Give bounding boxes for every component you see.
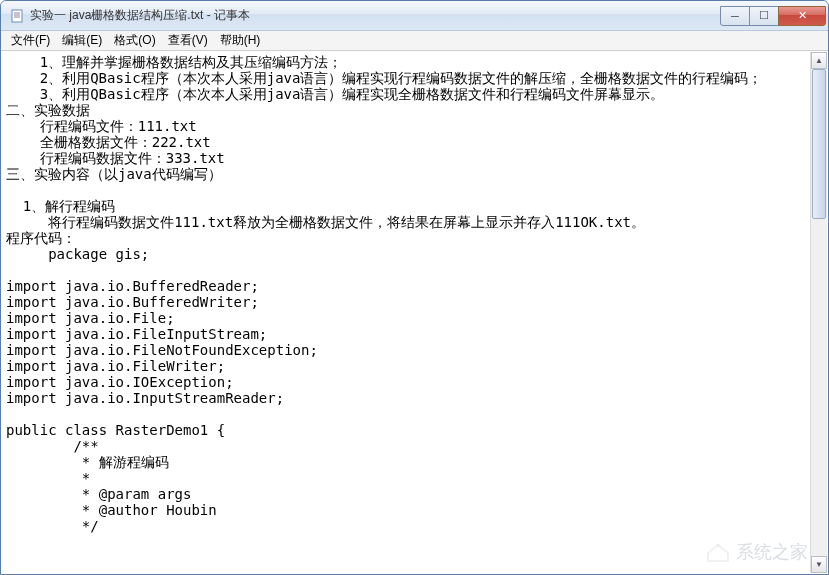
close-button[interactable]: ✕	[778, 6, 826, 26]
minimize-button[interactable]: ─	[720, 6, 750, 26]
window-controls: ─ ☐ ✕	[721, 6, 826, 26]
menubar: 文件(F) 编辑(E) 格式(O) 查看(V) 帮助(H)	[1, 31, 828, 51]
menu-edit[interactable]: 编辑(E)	[56, 30, 108, 51]
maximize-button[interactable]: ☐	[749, 6, 779, 26]
menu-view[interactable]: 查看(V)	[162, 30, 214, 51]
menu-file[interactable]: 文件(F)	[5, 30, 56, 51]
scroll-down-arrow[interactable]: ▼	[811, 556, 827, 573]
content-wrap: 1、理解并掌握栅格数据结构及其压缩编码方法； 2、利用QBasic程序（本次本人…	[2, 52, 827, 573]
vertical-scrollbar[interactable]: ▲ ▼	[810, 52, 827, 573]
svg-rect-0	[12, 10, 22, 22]
window-title: 实验一 java栅格数据结构压缩.txt - 记事本	[30, 7, 721, 24]
text-area[interactable]: 1、理解并掌握栅格数据结构及其压缩编码方法； 2、利用QBasic程序（本次本人…	[2, 52, 810, 573]
notepad-icon	[9, 8, 25, 24]
scroll-thumb[interactable]	[812, 69, 826, 219]
scroll-up-arrow[interactable]: ▲	[811, 52, 827, 69]
titlebar: 实验一 java栅格数据结构压缩.txt - 记事本 ─ ☐ ✕	[1, 1, 828, 31]
menu-format[interactable]: 格式(O)	[108, 30, 161, 51]
menu-help[interactable]: 帮助(H)	[214, 30, 267, 51]
